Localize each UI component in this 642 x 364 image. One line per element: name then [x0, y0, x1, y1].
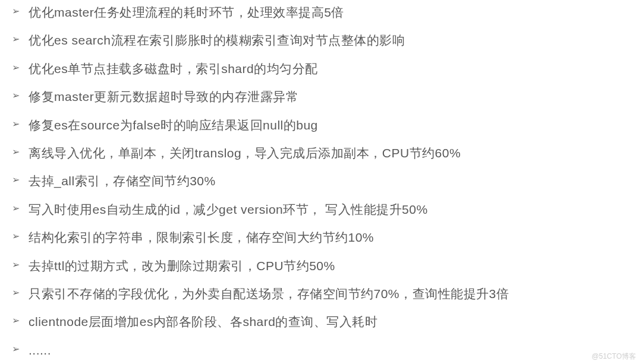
bullet-icon: ➢ — [12, 118, 20, 131]
item-text: 优化master任务处理流程的耗时环节，处理效率提高5倍 — [29, 4, 344, 21]
item-text: clientnode层面增加es内部各阶段、各shard的查询、写入耗时 — [29, 313, 377, 330]
bullet-icon: ➢ — [12, 343, 20, 356]
bullet-icon: ➢ — [12, 5, 20, 18]
list-item: ➢ ...... — [12, 341, 630, 359]
bullet-icon: ➢ — [12, 314, 20, 327]
list-item: ➢ 优化es search流程在索引膨胀时的模糊索引查询对节点整体的影响 — [12, 31, 630, 49]
list-item: ➢ 结构化索引的字符串，限制索引长度，储存空间大约节约10% — [12, 229, 630, 246]
bullet-icon: ➢ — [12, 230, 20, 243]
item-text: 去掉_all索引，存储空间节约30% — [29, 172, 216, 189]
bullet-icon: ➢ — [12, 286, 20, 299]
item-text: 去掉ttl的过期方式，改为删除过期索引，CPU节约50% — [29, 257, 335, 274]
item-text: 结构化索引的字符串，限制索引长度，储存空间大约节约10% — [29, 229, 374, 246]
list-item: ➢ 修复master更新元数据超时导致的内存泄露异常 — [12, 88, 630, 105]
bullet-icon: ➢ — [12, 258, 20, 271]
item-text: 优化es单节点挂载多磁盘时，索引shard的均匀分配 — [29, 60, 318, 77]
bullet-icon: ➢ — [12, 173, 20, 186]
bullet-icon: ➢ — [12, 202, 20, 215]
item-text: 写入时使用es自动生成的id，减少get version环节， 写入性能提升50… — [29, 201, 428, 218]
item-text: 优化es search流程在索引膨胀时的模糊索引查询对节点整体的影响 — [29, 31, 405, 49]
list-item: ➢ clientnode层面增加es内部各阶段、各shard的查询、写入耗时 — [12, 313, 630, 330]
bullet-icon: ➢ — [12, 145, 20, 159]
item-text: ...... — [29, 341, 51, 359]
list-item: ➢ 写入时使用es自动生成的id，减少get version环节， 写入性能提升… — [12, 201, 630, 218]
item-text: 只索引不存储的字段优化，为外卖自配送场景，存储空间节约70%，查询性能提升3倍 — [29, 285, 509, 302]
list-item: ➢ 离线导入优化，单副本，关闭translog，导入完成后添加副本，CPU节约6… — [12, 144, 630, 162]
item-text: 修复master更新元数据超时导致的内存泄露异常 — [29, 88, 298, 105]
bullet-icon: ➢ — [12, 33, 20, 46]
list-item: ➢ 去掉_all索引，存储空间节约30% — [12, 172, 630, 189]
item-text: 离线导入优化，单副本，关闭translog，导入完成后添加副本，CPU节约60% — [29, 144, 461, 162]
list-item: ➢ 只索引不存储的字段优化，为外卖自配送场景，存储空间节约70%，查询性能提升3… — [12, 285, 630, 302]
bullet-icon: ➢ — [12, 61, 20, 74]
watermark: @51CTO博客 — [591, 352, 636, 362]
item-text: 修复es在source为false时的响应结果返回null的bug — [29, 116, 318, 134]
list-item: ➢ 优化master任务处理流程的耗时环节，处理效率提高5倍 — [12, 4, 630, 21]
optimization-list: ➢ 优化master任务处理流程的耗时环节，处理效率提高5倍 ➢ 优化es se… — [12, 4, 630, 359]
list-item: ➢ 去掉ttl的过期方式，改为删除过期索引，CPU节约50% — [12, 257, 630, 274]
bullet-icon: ➢ — [12, 89, 20, 102]
list-item: ➢ 优化es单节点挂载多磁盘时，索引shard的均匀分配 — [12, 60, 630, 77]
list-item: ➢ 修复es在source为false时的响应结果返回null的bug — [12, 116, 630, 134]
